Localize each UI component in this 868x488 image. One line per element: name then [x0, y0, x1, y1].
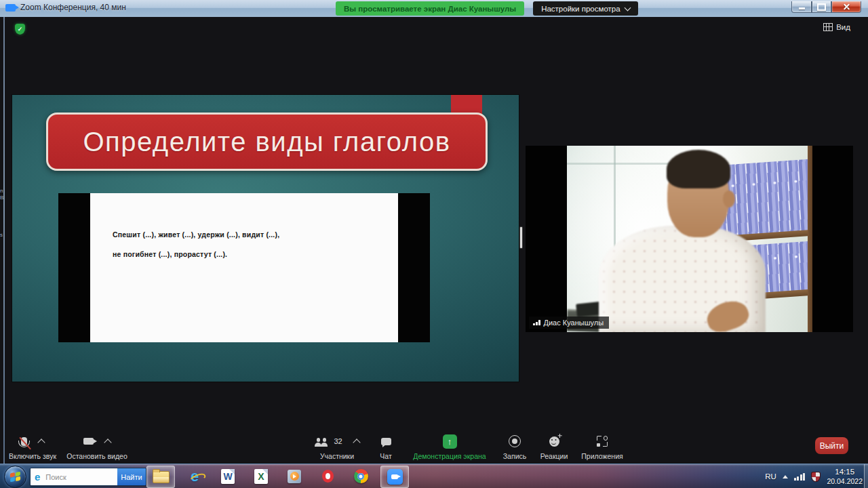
apps-label: Приложения	[581, 452, 623, 460]
taskbar-opera[interactable]	[314, 466, 341, 487]
apps-button[interactable]: Приложения	[574, 432, 631, 460]
taskbar-internet-explorer[interactable]: e	[181, 466, 208, 487]
tray-time: 14:15	[827, 467, 863, 476]
show-desktop-button[interactable]	[864, 464, 868, 488]
start-button[interactable]	[4, 466, 26, 488]
video-camera-icon	[83, 438, 94, 445]
background-window-edge	[3, 17, 5, 464]
word-icon: W	[221, 469, 235, 484]
window-titlebar: Zoom Конференция, 40 мин Вы просматривае…	[0, 0, 868, 18]
internet-explorer-icon: e	[191, 469, 199, 484]
chat-bubble-icon	[381, 438, 391, 445]
taskbar-file-explorer[interactable]	[146, 466, 175, 488]
share-screen-label: Демонстрация экрана	[413, 452, 486, 460]
screen-share-banner: Вы просматриваете экран Диас Куанышулы Н…	[336, 1, 638, 16]
minimize-button[interactable]	[791, 1, 812, 13]
taskbar-excel[interactable]: X	[248, 466, 275, 487]
participants-count-badge: 32	[334, 437, 342, 445]
microphone-muted-icon	[21, 437, 27, 446]
taskbar-chrome[interactable]	[347, 466, 374, 487]
minimize-icon	[799, 7, 805, 9]
participants-icon	[315, 436, 329, 447]
background-window-text: п	[0, 188, 3, 194]
grid-view-icon	[823, 23, 833, 31]
windows-taskbar: e Найти e W X RU 14:15 20.04.2022	[0, 464, 868, 488]
video-options-chevron-icon[interactable]	[104, 439, 111, 446]
participants-chevron-icon[interactable]	[353, 439, 360, 446]
unmute-button[interactable]: Включить звук	[4, 432, 61, 460]
chat-label: Чат	[380, 452, 391, 460]
participants-label: Участники	[320, 452, 354, 460]
taskbar-media-player[interactable]	[281, 466, 308, 487]
taskbar-word[interactable]: W	[214, 466, 241, 487]
system-tray: RU 14:15 20.04.2022	[765, 464, 863, 488]
toolbar-center-group: 32 Участники Чат Демонстрация экрана Зап…	[307, 432, 631, 460]
titlebar-left: Zoom Конференция, 40 мин	[5, 3, 126, 12]
shared-screen-slide: Определите виды глаголов Спешит (...), ж…	[12, 95, 519, 382]
record-icon	[509, 435, 521, 447]
person-ear	[723, 190, 735, 207]
participant-video	[567, 146, 812, 332]
participant-name-label: Диас Куанышулы	[529, 317, 609, 329]
meeting-area: п В s ✓ Вид Определите виды глаголов Спе…	[0, 17, 868, 464]
close-button[interactable]	[831, 1, 861, 13]
background-window-text: В	[0, 195, 3, 201]
search-submit-button[interactable]: Найти	[117, 468, 146, 485]
view-options-dropdown[interactable]: Настройки просмотра	[533, 1, 637, 16]
search-button-label: Найти	[121, 473, 142, 481]
close-icon	[843, 3, 850, 11]
viewing-screen-notice: Вы просматриваете экран Диас Куанышулы	[336, 1, 524, 16]
share-screen-icon	[443, 434, 457, 449]
participant-video-tile[interactable]: Диас Куанышулы	[526, 146, 853, 332]
record-label: Запись	[503, 452, 526, 460]
exercise-line: не погибнет (...), прорастут (...).	[90, 239, 398, 258]
file-explorer-icon	[153, 471, 170, 483]
exercise-text-area: Спешит (...), живет (...), удержи (...),…	[90, 193, 398, 342]
reactions-button[interactable]: Реакции	[534, 432, 574, 460]
leave-label: Выйти	[820, 441, 844, 451]
reactions-label: Реакции	[540, 452, 568, 460]
reactions-smiley-icon	[549, 436, 559, 447]
zoom-camera-icon	[5, 4, 16, 12]
participants-button[interactable]: 32 Участники	[307, 432, 368, 460]
opera-icon	[322, 470, 334, 483]
share-screen-button[interactable]: Демонстрация экрана	[404, 432, 495, 460]
chat-button[interactable]: Чат	[368, 432, 404, 460]
record-button[interactable]: Запись	[495, 432, 534, 460]
zoom-app-icon	[387, 469, 403, 485]
view-label: Вид	[836, 23, 850, 31]
taskbar-zoom[interactable]	[380, 466, 409, 488]
window-title: Zoom Конференция, 40 мин	[20, 3, 126, 12]
maximize-button[interactable]	[812, 1, 831, 13]
encryption-shield-icon[interactable]: ✓	[15, 24, 25, 35]
audio-options-chevron-icon[interactable]	[37, 439, 45, 446]
chevron-down-icon	[624, 4, 631, 11]
sparkle-icon	[558, 434, 562, 438]
stop-video-button[interactable]: Остановить видео	[61, 432, 133, 460]
zoom-apps-icon	[597, 436, 608, 447]
slide-title-banner: Определите виды глаголов	[46, 113, 488, 171]
windows-logo-icon	[10, 472, 20, 482]
view-layout-button[interactable]: Вид	[823, 23, 850, 31]
stop-video-label: Остановить видео	[66, 452, 127, 460]
leave-meeting-button[interactable]: Выйти	[815, 437, 848, 454]
mute-slash-icon	[19, 436, 31, 449]
background-window-text: s	[0, 232, 3, 238]
zoom-meeting-screen: Zoom Конференция, 40 мин Вы просматривае…	[0, 0, 868, 488]
search-input[interactable]	[44, 472, 101, 482]
search-field-wrap: e	[31, 468, 117, 485]
meeting-toolbar: Включить звук Остановить видео 32	[0, 432, 868, 464]
excel-icon: X	[254, 469, 268, 484]
taskbar-search: e Найти	[30, 468, 146, 486]
security-shield-icon[interactable]	[811, 472, 821, 482]
tray-expand-icon[interactable]	[783, 475, 788, 479]
view-options-label: Настройки просмотра	[541, 5, 620, 13]
language-indicator[interactable]: RU	[765, 472, 776, 481]
slide-title: Определите виды глаголов	[83, 127, 450, 157]
clock[interactable]: 14:15 20.04.2022	[827, 467, 863, 486]
network-signal-icon[interactable]	[794, 473, 806, 481]
tray-date: 20.04.2022	[827, 477, 863, 486]
connection-signal-icon	[533, 320, 540, 325]
layout-divider-handle[interactable]	[520, 227, 522, 248]
person-silhouette	[567, 146, 812, 332]
